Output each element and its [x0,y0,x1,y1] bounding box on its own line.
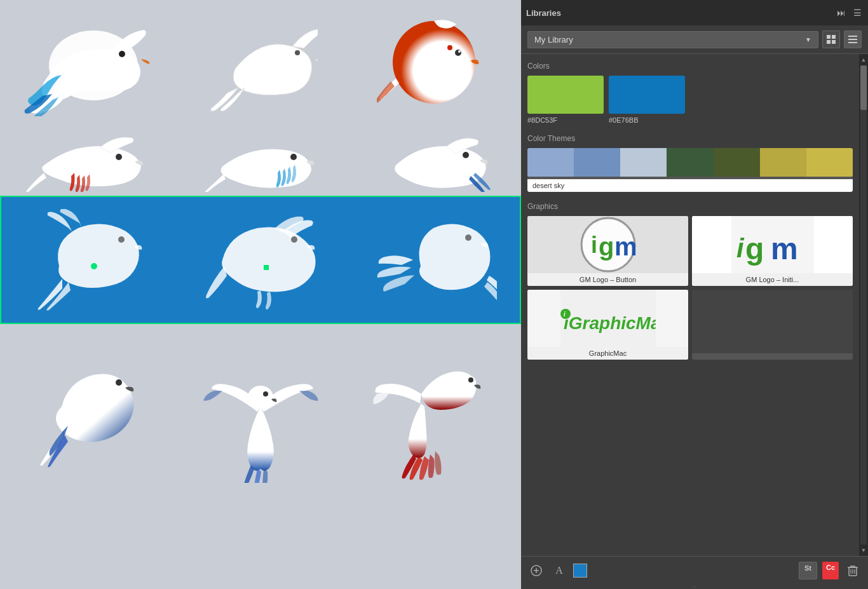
theme-swatch-4 [667,148,713,177]
svg-point-17 [263,391,268,396]
panel-content: Colors #8DC53F #0E76BB Color Themes [521,54,859,556]
add-graphic-button[interactable] [527,562,545,579]
svg-point-2 [295,50,300,55]
graphic-thumbnail-1: i g m [692,216,853,273]
graphic-item-1[interactable]: i g m GM Logo – Initi... [692,216,853,286]
bird-cell-6[interactable] [358,132,510,195]
color-swatch-item-0: #8DC53F [527,76,604,124]
svg-point-12 [291,236,297,243]
graphic-label-1: GM Logo – Initi... [692,273,853,286]
color-theme-item[interactable]: desert sky [527,148,853,192]
color-swatch-blue[interactable] [609,76,685,114]
svg-point-4 [455,50,461,56]
graphic-thumbnail-0: i g m [527,216,688,273]
theme-swatches [527,148,853,177]
svg-point-10 [118,236,125,243]
svg-point-15 [116,379,122,386]
svg-rect-22 [827,40,831,44]
svg-text:i: i [736,233,745,263]
bird-icon-3 [377,15,491,116]
bird-cell-4[interactable] [11,132,163,195]
forward-icon[interactable]: ⏭ [836,6,847,19]
svg-point-16 [248,386,273,409]
graphic-item-0[interactable]: i g m GM Logo – Button [527,216,688,286]
bird-cell-3[interactable] [358,8,510,123]
add-graphic-icon [531,565,542,576]
colors-label: Colors [527,62,853,71]
svg-point-5 [458,50,461,53]
color-fill-button[interactable] [573,564,587,578]
library-dropdown[interactable]: My Library ▼ [527,31,818,48]
theme-swatch-5 [714,148,760,177]
canvas-area [0,0,521,589]
bird-icon-11 [200,356,321,483]
color-hex-blue: #0E76BB [609,116,638,124]
bird-icon-9 [370,209,497,311]
scroll-thumb [860,65,867,110]
svg-rect-13 [264,265,269,270]
bird-cell-12[interactable] [358,343,510,496]
bird-cell-5[interactable] [184,132,337,195]
graphic-label-0: GM Logo – Button [527,273,688,286]
delete-button[interactable] [844,562,862,579]
color-hex-green: #8DC53F [527,116,557,124]
graphic-item-3 [692,290,853,360]
cc-button[interactable]: Cc [822,562,839,579]
graphic-item-2[interactable]: iGraphicMac i GraphicMac [527,290,688,360]
svg-point-7 [116,154,122,160]
bird-cell-11[interactable] [184,343,337,496]
graphics-grid: i g m GM Logo – Button i [527,216,853,360]
bird-cell-10[interactable] [11,343,163,496]
bird-cell-8[interactable] [184,203,337,317]
theme-swatch-7 [806,148,853,177]
graphics-section: Graphics i g m GM [527,202,853,360]
svg-point-11 [91,263,97,269]
bird-cell-1[interactable] [11,8,163,123]
color-themes-label: Color Themes [527,134,853,143]
bird-icon-12 [370,356,498,483]
list-view-button[interactable] [844,30,862,48]
add-character-button[interactable]: A [550,562,568,579]
color-swatch-green[interactable] [527,76,604,114]
dropdown-arrow-icon: ▼ [805,36,811,43]
svg-text:m: m [771,232,798,266]
graphic-thumbnail-3 [692,290,853,353]
list-view-icon [848,34,858,44]
theme-swatch-6 [760,148,806,177]
grid-view-button[interactable] [822,30,840,48]
svg-point-9 [463,152,469,158]
graphic-label-2: GraphicMac [527,347,688,360]
color-themes-section: Color Themes desert sky [527,134,853,192]
theme-swatch-3 [620,148,667,177]
graphic-thumbnail-2: iGraphicMac i [527,290,688,347]
resize-handle[interactable]: ⋯ [521,584,868,589]
bird-icon-10 [30,356,144,483]
trash-icon [847,564,858,577]
theme-swatch-2 [574,148,620,177]
scroll-down-arrow[interactable]: ▼ [858,545,868,556]
svg-text:i: i [564,311,566,318]
stock-button[interactable]: St [799,562,817,579]
grid-view-icon [826,34,836,44]
svg-point-3 [393,21,475,104]
bird-cell-9[interactable] [357,203,510,317]
bird-cell-2[interactable] [184,8,337,123]
svg-rect-25 [848,39,857,40]
bird-icon-5 [197,135,324,192]
svg-rect-20 [827,35,831,39]
svg-text:i: i [591,232,597,258]
bottom-right-icons: St Cc [799,562,862,579]
library-selector-row: My Library ▼ [521,25,868,54]
bird-cell-7[interactable] [11,203,164,317]
bird-icon-4 [24,135,151,192]
theme-swatch-1 [527,148,574,177]
library-name: My Library [534,35,573,44]
panel-bottombar: A St Cc [521,556,868,584]
scroll-track[interactable] [860,65,867,545]
svg-text:iGraphicMac: iGraphicMac [564,313,656,333]
svg-point-38 [560,309,571,319]
menu-icon[interactable]: ☰ [852,6,863,19]
svg-text:g: g [745,232,764,266]
graphicmac-logo-icon: iGraphicMac i [560,290,656,347]
scroll-up-arrow[interactable]: ▲ [858,54,868,65]
